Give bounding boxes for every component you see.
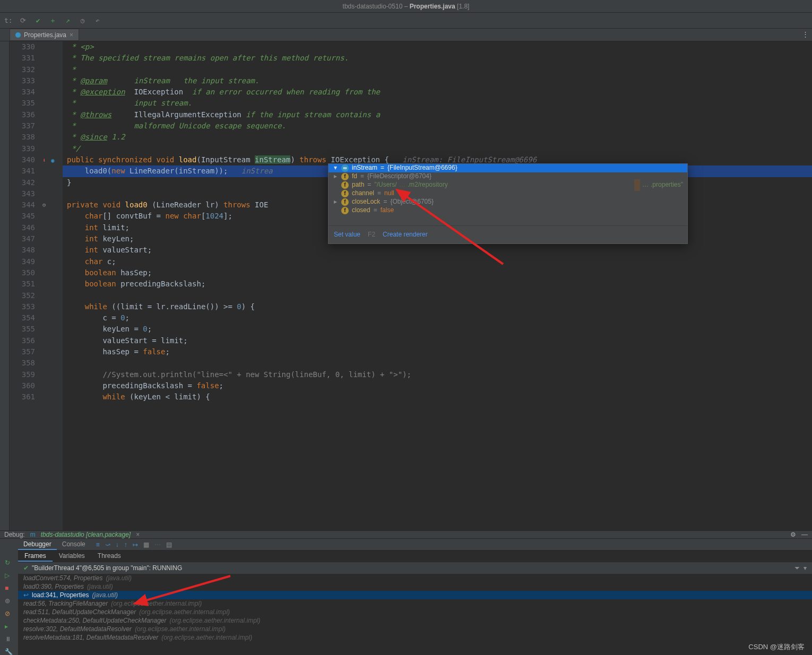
line-number: 331: [10, 53, 35, 64]
sync-icon[interactable]: ⟳: [19, 16, 28, 25]
popup-field-row[interactable]: fpath = "/Users/….m2/repository ….proper…: [329, 181, 687, 189]
threads-icon[interactable]: ≡: [96, 541, 100, 548]
frame-text: load:341, Properties: [32, 591, 89, 599]
line-number: 346: [10, 222, 35, 233]
tab-debugger[interactable]: Debugger: [18, 539, 57, 550]
tab-console[interactable]: Console: [57, 539, 91, 550]
line-number: 340: [10, 154, 35, 165]
pause-icon[interactable]: ⏸: [5, 635, 13, 644]
frame-package: (org.eclipse.aether.internal.impl): [170, 617, 261, 624]
line-number: 351: [10, 278, 35, 290]
debug-tabs: Debugger Console ≡ ⤻ ↓ ↑ ↦ ▦ ⋯ ▤: [18, 539, 812, 551]
toolwindow-stripe-left[interactable]: [0, 41, 10, 530]
show-breakpoints-icon[interactable]: ⊚: [5, 597, 13, 606]
run-icon[interactable]: ▸: [5, 623, 13, 631]
stack-frame[interactable]: checkMetadata:250, DefaultUpdateCheckMan…: [18, 616, 812, 625]
line-number: 350: [10, 267, 35, 278]
line-number: 349: [10, 256, 35, 267]
stack-frame[interactable]: resolve:302, DefaultMetadataResolver(org…: [18, 625, 812, 633]
code-body[interactable]: * <p> * The specified stream remains ope…: [63, 41, 812, 530]
line-number: 332: [10, 64, 35, 75]
step-into-icon[interactable]: ↓: [116, 541, 119, 548]
field-icon: f: [341, 207, 349, 214]
line-number-gutter: 3303313323333343353363373383393403413423…: [10, 41, 41, 530]
debug-config-name[interactable]: tbds-datastudio [clean,package]: [41, 531, 131, 538]
create-renderer-link[interactable]: Create renderer: [383, 229, 428, 240]
line-number: 348: [10, 244, 35, 256]
line-number: 330: [10, 41, 35, 53]
stack-frame[interactable]: load0:390, Properties(java.util): [18, 582, 812, 591]
run-to-cursor-icon[interactable]: ↦: [133, 541, 138, 548]
step-over-icon[interactable]: ⤻: [105, 541, 110, 548]
line-number: 347: [10, 233, 35, 244]
toolbar-label: t:: [4, 16, 13, 24]
set-value-shortcut: F2: [368, 229, 375, 240]
stack-frame[interactable]: resolveMetadata:181, DefaultMetadataReso…: [18, 633, 812, 642]
tab-properties-java[interactable]: Properties.java ×: [10, 29, 79, 41]
line-number: 355: [10, 324, 35, 335]
layout-icon[interactable]: ▤: [166, 541, 172, 548]
check-icon[interactable]: ✔: [34, 16, 42, 25]
line-number: 337: [10, 120, 35, 132]
thread-selector[interactable]: ✔ "BuilderThread 4"@6,505 in group "main…: [18, 562, 812, 574]
frame-package: (java.util): [92, 591, 118, 599]
more-debug-icon[interactable]: ⋯: [154, 541, 161, 548]
stack-frame[interactable]: loadConvert:574, Properties(java.util): [18, 574, 812, 582]
filter-icon[interactable]: ⏷: [794, 564, 800, 572]
frame-text: resolve:302, DefaultMetadataResolver: [23, 625, 132, 633]
chevron-right-icon[interactable]: [333, 205, 338, 216]
field-value: false: [381, 205, 394, 216]
close-icon[interactable]: ×: [70, 31, 73, 39]
debug-variable-popup[interactable]: ▾ ∞ inStream = {FileInputStream@6696} ▸f…: [328, 163, 688, 244]
line-number: 339: [10, 143, 35, 154]
resume-icon[interactable]: ▷: [5, 572, 13, 580]
line-number: 352: [10, 290, 35, 301]
running-check-icon: ✔: [23, 564, 29, 572]
plus-icon[interactable]: ＋: [49, 16, 57, 25]
subtab-frames[interactable]: Frames: [18, 551, 53, 562]
mute-breakpoints-icon[interactable]: ⊘: [5, 610, 13, 618]
undo-icon[interactable]: ↶: [93, 16, 102, 25]
set-value-link[interactable]: Set value: [334, 229, 360, 240]
close-tab-icon[interactable]: ×: [136, 531, 140, 538]
frame-package: (java.util): [106, 574, 132, 582]
history-icon[interactable]: ◷: [79, 16, 87, 25]
minimize-icon[interactable]: —: [801, 531, 808, 538]
collapse-icon[interactable]: ⊖: [42, 199, 46, 211]
frame-text: checkMetadata:250, DefaultUpdateCheckMan…: [23, 617, 167, 624]
frames-list[interactable]: loadConvert:574, Properties(java.util)lo…: [18, 574, 812, 642]
popup-field-row[interactable]: fclosed = false: [329, 206, 687, 215]
frame-package: (org.eclipse.aether.internal.impl): [111, 600, 202, 607]
window-titlebar: tbds-datastudio-0510 – Properties.java […: [0, 0, 812, 13]
title-sdk: [1.8]: [457, 3, 469, 10]
line-number: 356: [10, 335, 35, 346]
stop-icon[interactable]: ■: [5, 584, 13, 593]
frame-package: (org.eclipse.aether.internal.impl): [161, 634, 252, 641]
debug-header: Debug: m tbds-datastudio [clean,package]…: [0, 531, 812, 539]
line-number: 342: [10, 177, 35, 188]
path-highlight: [634, 179, 640, 190]
line-number: 344: [10, 199, 35, 211]
debug-label: Debug:: [4, 531, 25, 538]
funnel-icon[interactable]: ▾: [804, 564, 807, 572]
step-out-icon[interactable]: ↑: [124, 541, 127, 548]
subtab-threads[interactable]: Threads: [91, 551, 127, 562]
rerun-icon[interactable]: ↻: [5, 559, 13, 567]
override-icon[interactable]: ⬇: [42, 155, 46, 166]
title-project: tbds-datastudio-0510: [343, 3, 403, 10]
frame-text: read:511, DefaultUpdateCheckManager: [23, 608, 136, 616]
stack-frame[interactable]: read:511, DefaultUpdateCheckManager(org.…: [18, 608, 812, 616]
implements-icon[interactable]: ◉: [51, 155, 55, 166]
commit-arrow-icon[interactable]: ↗: [64, 16, 72, 25]
tools-icon[interactable]: 🔧: [5, 648, 13, 655]
subtab-variables[interactable]: Variables: [53, 551, 91, 562]
evaluate-icon[interactable]: ▦: [143, 541, 149, 548]
title-file: Properties.java: [410, 3, 455, 10]
line-number: 336: [10, 109, 35, 120]
settings-icon[interactable]: ⚙: [790, 531, 796, 538]
line-number: 357: [10, 346, 35, 357]
tabs-more-icon[interactable]: ⋮: [802, 30, 809, 38]
stack-frame[interactable]: read:56, TrackingFileManager(org.eclipse…: [18, 599, 812, 608]
code-editor[interactable]: 3303313323333343353363373383393403413423…: [10, 41, 812, 530]
stack-frame[interactable]: ↩load:341, Properties(java.util): [18, 591, 812, 599]
